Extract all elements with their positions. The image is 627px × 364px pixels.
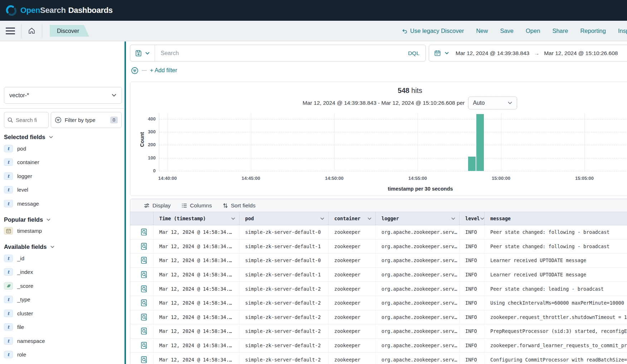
cell-container: zookeeper: [329, 254, 376, 267]
sidebar-resize-handle[interactable]: [125, 41, 126, 364]
index-pattern-select[interactable]: vector-*: [4, 87, 122, 104]
field-item-logger[interactable]: tlogger: [4, 169, 124, 183]
expand-document-button[interactable]: [130, 254, 154, 267]
field-item-_id[interactable]: t_id: [4, 251, 124, 265]
expand-document-button[interactable]: [130, 225, 154, 239]
expand-document-button[interactable]: [130, 296, 154, 310]
section-title[interactable]: Available fields: [4, 242, 124, 251]
saved-query-menu[interactable]: [130, 50, 155, 57]
field-item-cluster[interactable]: tcluster: [4, 306, 124, 320]
field-item-namespace[interactable]: tnamespace: [4, 334, 124, 348]
expand-document-button[interactable]: [130, 339, 154, 353]
histogram-plot[interactable]: Count timestamp per 30 seconds 010020030…: [159, 113, 627, 171]
search-input[interactable]: [155, 50, 402, 56]
x-tick-label: 15:05:00: [568, 176, 601, 181]
divider: [0, 108, 124, 109]
x-tick-label: 14:45:00: [235, 176, 267, 181]
interval-select[interactable]: Auto: [468, 97, 517, 109]
nav-action-reporting[interactable]: Reporting: [580, 28, 606, 34]
section-title[interactable]: Popular fields: [4, 215, 124, 224]
table-header-row: Time (timestamp)podcontainerloggerlevelm…: [130, 212, 627, 225]
nav-action-share[interactable]: Share: [552, 28, 568, 34]
columns-button[interactable]: Columns: [181, 202, 212, 209]
undo-icon: [402, 28, 408, 34]
text-field-icon: t: [4, 351, 13, 358]
field-label: file: [17, 324, 24, 330]
query-language-button[interactable]: DQL: [402, 50, 426, 56]
histogram-bar[interactable]: [476, 114, 484, 171]
gridline: [501, 113, 501, 171]
text-field-icon: t: [4, 296, 13, 303]
field-item-_index[interactable]: t_index: [4, 265, 124, 279]
chevron-down-icon: [451, 216, 456, 221]
expand-document-button[interactable]: [130, 282, 154, 296]
display-button[interactable]: Display: [144, 202, 171, 209]
field-search-input[interactable]: [16, 117, 41, 123]
cell-time: Mar 12, 2024 @ 14:58:34.…: [154, 310, 239, 324]
date-picker[interactable]: Mar 12, 2024 @ 14:39:38.843 → Mar 12, 20…: [429, 45, 627, 62]
expand-document-button[interactable]: [130, 268, 154, 282]
field-item-_type[interactable]: t_type: [4, 293, 124, 307]
add-filter-button[interactable]: + Add filter: [150, 67, 177, 74]
filter-icon[interactable]: [131, 67, 138, 74]
column-header-message[interactable]: message: [485, 212, 627, 225]
cell-container: zookeeper: [329, 225, 376, 239]
cell-logger: org.apache.zookeeper.serv…: [376, 310, 460, 324]
field-item-message[interactable]: tmessage: [4, 197, 124, 211]
gridline: [584, 113, 585, 171]
text-field-icon: t: [4, 310, 13, 317]
cell-message: Learner received UPTODATE message: [485, 268, 627, 282]
inspect-document-icon: [141, 328, 147, 335]
field-item-pod[interactable]: tpod: [4, 142, 124, 156]
cell-time: Mar 12, 2024 @ 14:58:34.…: [154, 324, 239, 338]
expand-document-button[interactable]: [130, 324, 154, 338]
sort-fields-button[interactable]: Sort fields: [223, 202, 256, 209]
column-header-container[interactable]: container: [329, 212, 376, 225]
inspect-document-icon: [141, 342, 147, 349]
column-header-level[interactable]: level: [460, 212, 485, 225]
nav-action-inspect[interactable]: Inspect: [618, 28, 627, 34]
date-to[interactable]: Mar 12, 2024 @ 15:10:26.608: [544, 50, 618, 56]
field-label: _index: [17, 269, 33, 275]
table-row: Mar 12, 2024 @ 14:58:34.…simple-zk-serve…: [130, 339, 627, 353]
time-range-label: Mar 12, 2024 @ 14:39:38.843 - Mar 12, 20…: [303, 100, 465, 106]
cell-pod: simple-zk-server-default-2: [239, 339, 329, 353]
column-header-pod[interactable]: pod: [239, 212, 329, 225]
menu-icon[interactable]: [6, 28, 15, 34]
field-item-container[interactable]: tcontainer: [4, 156, 124, 169]
field-item-timestamp[interactable]: timestamp: [4, 224, 124, 238]
filter-by-type-button[interactable]: Filter by type 0: [51, 112, 122, 128]
histogram-bar[interactable]: [468, 157, 476, 171]
column-header-time[interactable]: Time (timestamp): [154, 212, 239, 225]
x-tick-label: 14:40:00: [151, 176, 184, 181]
expand-document-button[interactable]: [130, 353, 154, 364]
field-item-_score[interactable]: #_score: [4, 279, 124, 293]
x-tick-label: 15:00:00: [485, 176, 517, 181]
field-item-level[interactable]: tlevel: [4, 183, 124, 197]
section-title[interactable]: Selected fields: [4, 133, 124, 142]
cell-time: Mar 12, 2024 @ 14:58:34.…: [154, 268, 239, 282]
field-item-file[interactable]: tfile: [4, 320, 124, 334]
date-from[interactable]: Mar 12, 2024 @ 14:39:38.843: [456, 50, 529, 56]
expand-document-button[interactable]: [130, 310, 154, 324]
column-header-logger[interactable]: logger: [376, 212, 460, 225]
cell-level: INFO: [460, 254, 485, 267]
opensearch-logo-icon: [6, 5, 17, 16]
inspect-document-icon: [141, 356, 147, 363]
field-label: message: [17, 201, 39, 207]
cell-time: Mar 12, 2024 @ 14:58:34.…: [154, 339, 239, 353]
chevron-down-icon: [444, 51, 449, 55]
nav-action-new[interactable]: New: [476, 28, 488, 34]
nav-action-save[interactable]: Save: [500, 28, 514, 34]
field-item-role[interactable]: trole: [4, 348, 124, 362]
expand-document-button[interactable]: [130, 240, 154, 254]
cell-message: zookeeper.request_throttler.shutdownTime…: [485, 310, 627, 324]
home-icon[interactable]: [28, 27, 36, 35]
nav-action-use-legacy-discover[interactable]: Use legacy Discover: [402, 28, 464, 34]
nav-action-open[interactable]: Open: [526, 28, 540, 34]
column-label: Time (timestamp): [159, 216, 206, 221]
cell-logger: org.apache.zookeeper.serv…: [376, 339, 460, 353]
sort-icon: [223, 203, 228, 208]
breadcrumb[interactable]: Discover: [50, 25, 89, 37]
cell-level: INFO: [460, 339, 485, 353]
